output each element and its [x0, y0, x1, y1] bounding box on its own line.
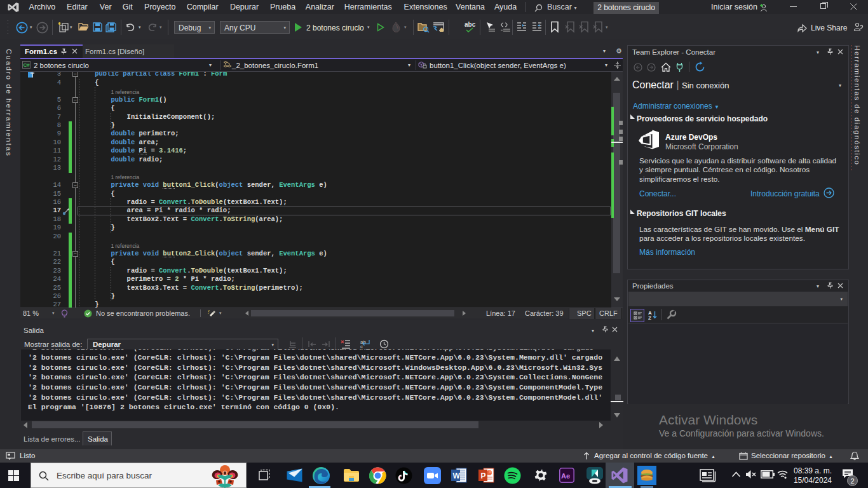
svg-text:Ae: Ae — [561, 472, 570, 480]
svg-text:Z: Z — [648, 315, 651, 320]
svg-text:c: c — [360, 344, 363, 349]
svg-text:W: W — [453, 471, 461, 480]
svg-text:P: P — [481, 471, 486, 480]
